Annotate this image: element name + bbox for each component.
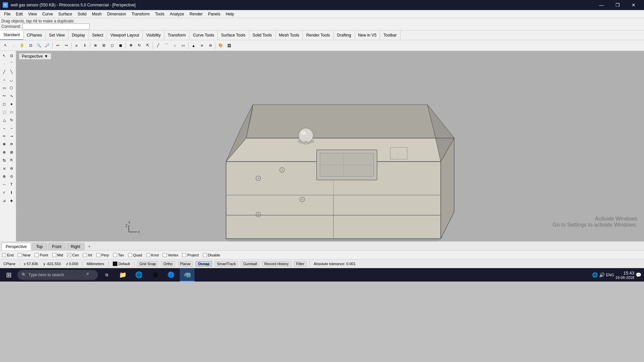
viewport-tab-add[interactable]: + bbox=[85, 242, 93, 250]
render-preview-icon[interactable]: 🖼 bbox=[225, 42, 233, 50]
osnap-vertex[interactable]: Vertex bbox=[163, 253, 178, 257]
toolbar-tab-select[interactable]: Select bbox=[89, 31, 107, 40]
osnap-checkbox-int[interactable] bbox=[83, 253, 87, 257]
analyze-tool[interactable]: ℹ bbox=[8, 189, 15, 196]
osnap-checkbox-tan[interactable] bbox=[113, 253, 117, 257]
rotate-tool[interactable]: ⟳ bbox=[8, 140, 15, 148]
menu-item-help[interactable]: Help bbox=[223, 10, 237, 18]
maximize-button[interactable]: ❒ bbox=[610, 0, 625, 10]
boolean-union-icon[interactable]: ⊎ bbox=[198, 42, 206, 50]
box-tool[interactable]: ⬜ bbox=[1, 108, 8, 116]
osnap-near[interactable]: Near bbox=[18, 253, 31, 257]
move-icon[interactable]: ✥ bbox=[127, 42, 135, 50]
toolbar-tab-drafting[interactable]: Drafting bbox=[334, 31, 355, 40]
menu-item-curve[interactable]: Curve bbox=[40, 10, 56, 18]
toolbar-tab-mesh-tools[interactable]: Mesh Tools bbox=[276, 31, 303, 40]
toolbar-tab-solid-tools[interactable]: Solid Tools bbox=[249, 31, 276, 40]
toolbar-tab-viewport-layout[interactable]: Viewport Layout bbox=[107, 31, 143, 40]
osnap-checkbox-end[interactable] bbox=[2, 253, 6, 257]
osnap-perp[interactable]: Perp bbox=[96, 253, 109, 257]
dimension-tool[interactable]: ↔ bbox=[1, 181, 8, 188]
osnap-int[interactable]: Int bbox=[83, 253, 92, 257]
gumball-button[interactable]: Gumball bbox=[241, 261, 259, 266]
trim-tool[interactable]: ✂ bbox=[1, 132, 8, 140]
osnap-tan[interactable]: Tan bbox=[113, 253, 124, 257]
osnap-checkbox-quad[interactable] bbox=[128, 253, 132, 257]
menu-item-surface[interactable]: Surface bbox=[56, 10, 75, 18]
start-button[interactable]: ⊞ bbox=[1, 268, 16, 282]
boolean-union-tool[interactable]: ⊎ bbox=[1, 165, 8, 172]
arc-tool[interactable]: ◡ bbox=[8, 76, 15, 83]
toolbar-tab-set-view[interactable]: Set View bbox=[46, 31, 68, 40]
osnap-mid[interactable]: Mid bbox=[52, 253, 63, 257]
array-tool[interactable]: ⊞ bbox=[8, 148, 15, 156]
menu-item-dimension[interactable]: Dimension bbox=[104, 10, 129, 18]
revolve-tool[interactable]: ↻ bbox=[8, 116, 15, 124]
viewport[interactable]: Perspective ▼ bbox=[16, 51, 644, 241]
line-tool[interactable]: ╱ bbox=[1, 68, 8, 75]
rectangle-tool[interactable]: ▭ bbox=[1, 84, 8, 92]
mirror-tool[interactable]: ⇆ bbox=[1, 157, 8, 164]
toolbar-tab-visibility[interactable]: Visibility bbox=[143, 31, 164, 40]
notifications-icon[interactable]: 💬 bbox=[636, 272, 641, 278]
osnap-checkbox-vertex[interactable] bbox=[163, 253, 167, 257]
menu-item-render[interactable]: Render bbox=[187, 10, 205, 18]
osnap-knot[interactable]: Knot bbox=[146, 253, 159, 257]
polyline-tool[interactable]: ╲ bbox=[8, 68, 15, 75]
osnap-checkbox-knot[interactable] bbox=[146, 253, 150, 257]
task-view-button[interactable]: ⧉ bbox=[99, 268, 114, 282]
select-tool-icon[interactable]: ↖ bbox=[1, 42, 9, 50]
zoom-extents-icon[interactable]: ⊡ bbox=[26, 42, 35, 50]
osnap-checkbox-perp[interactable] bbox=[96, 253, 100, 257]
rectangle-icon[interactable]: ▭ bbox=[179, 42, 187, 50]
taskbar-app-rhino[interactable]: 🦏 bbox=[180, 268, 195, 282]
taskbar-app-4[interactable]: 🔵 bbox=[164, 268, 178, 282]
menu-item-solid[interactable]: Solid bbox=[75, 10, 89, 18]
osnap-button[interactable]: Osnap bbox=[196, 261, 212, 266]
sphere-tool[interactable]: ● bbox=[8, 100, 15, 108]
drag-tool-icon[interactable]: ✋ bbox=[18, 42, 26, 50]
search-box[interactable]: 🔍 🎤 bbox=[17, 270, 98, 280]
offset-tool[interactable]: ⊙ bbox=[8, 173, 15, 180]
split-tool[interactable]: ⊸ bbox=[8, 132, 15, 140]
osnap-checkbox-project[interactable] bbox=[182, 253, 186, 257]
osnap-point[interactable]: Point bbox=[35, 253, 48, 257]
layer-swatch-item[interactable]: Default bbox=[111, 261, 131, 266]
osnap-disable[interactable]: Disable bbox=[203, 253, 220, 257]
wire-icon[interactable]: ◻ bbox=[108, 42, 116, 50]
record-history-button[interactable]: Record History bbox=[262, 261, 291, 266]
check-tool[interactable]: ✓ bbox=[1, 189, 8, 196]
viewport-tab-front[interactable]: Front bbox=[48, 243, 66, 250]
rotate-icon[interactable]: ↻ bbox=[135, 42, 143, 50]
grid-snap-button[interactable]: Grid Snap bbox=[137, 261, 159, 266]
surface-from-edge-tool[interactable]: ◻ bbox=[1, 100, 8, 108]
copy-tool[interactable]: ⊕ bbox=[1, 148, 8, 156]
grid-icon[interactable]: ⊞ bbox=[100, 42, 108, 50]
point-tool-icon[interactable]: · bbox=[10, 42, 18, 50]
viewport-tab-perspective[interactable]: Perspective bbox=[1, 243, 31, 250]
close-button[interactable]: ✕ bbox=[626, 0, 641, 10]
menu-item-view[interactable]: View bbox=[25, 10, 40, 18]
network-icon[interactable]: 🌐 bbox=[592, 272, 598, 278]
viewport-label[interactable]: Perspective ▼ bbox=[19, 53, 51, 60]
redo-icon[interactable]: ↪ bbox=[62, 42, 70, 50]
taskbar-app-browser[interactable]: 🌐 bbox=[131, 268, 146, 282]
cylinder-tool[interactable]: ⬭ bbox=[8, 108, 15, 116]
language-indicator[interactable]: ENG bbox=[606, 273, 614, 277]
toolbar-tab-curve-tools[interactable]: Curve Tools bbox=[190, 31, 218, 40]
shade-icon[interactable]: ◼ bbox=[116, 42, 124, 50]
ortho-button[interactable]: Ortho bbox=[161, 261, 175, 266]
extrude-tool[interactable]: △ bbox=[1, 116, 8, 124]
render-icon[interactable]: 🎨 bbox=[217, 42, 225, 50]
volume-icon[interactable]: 🔊 bbox=[599, 272, 605, 278]
toolbar-tab-render-tools[interactable]: Render Tools bbox=[303, 31, 334, 40]
toolbar-tab-cplanes[interactable]: CPlanes bbox=[23, 31, 46, 40]
smash-tool[interactable]: ⊿ bbox=[1, 197, 8, 204]
osnap-cen[interactable]: Cen bbox=[67, 253, 79, 257]
menu-item-panels[interactable]: Panels bbox=[205, 10, 223, 18]
line-icon[interactable]: ╱ bbox=[154, 42, 162, 50]
osnap-project[interactable]: Project bbox=[182, 253, 199, 257]
select-objects-tool[interactable]: ↖ bbox=[1, 52, 8, 59]
boolean-intersect-tool[interactable]: ⊗ bbox=[1, 173, 8, 180]
boolean-diff-icon[interactable]: ⊖ bbox=[206, 42, 214, 50]
